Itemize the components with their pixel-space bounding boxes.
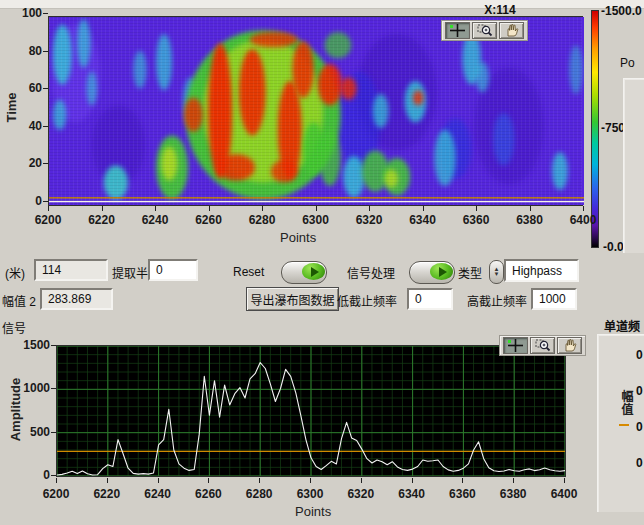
high-cutoff-input[interactable]: 1000 (531, 288, 577, 310)
low-cutoff-input[interactable]: 0 (407, 288, 453, 310)
top-x-tick-mark (209, 206, 210, 211)
top-y-tick-mark (43, 201, 48, 202)
bottom-chart-title: 信号 (2, 319, 26, 336)
meter-label: (米) (5, 264, 25, 281)
meter-value-field[interactable]: 114 (34, 259, 108, 281)
top-x-tick-mark (48, 206, 49, 211)
bottom-x-axis-title: Points (295, 504, 331, 519)
app-window: X:114 Time Points (0, 0, 644, 525)
bottom-y-tick-mark (51, 475, 56, 476)
zoom-tool-button[interactable] (530, 337, 555, 354)
bottom-y-tick-label: 500 (0, 425, 50, 439)
bottom-y-tick-label: 1500 (0, 338, 50, 352)
top-x-tick-label: 6320 (356, 213, 383, 227)
top-y-tick-mark (43, 51, 48, 52)
signal-process-button[interactable] (409, 261, 455, 284)
clipped-tick-zero: 0 (636, 384, 643, 398)
crosshair-tool-button[interactable] (445, 22, 470, 39)
signal-plot[interactable] (56, 345, 566, 477)
bottom-y-tick-mark (51, 345, 56, 346)
clipped-tick-zero: 0 (636, 348, 643, 362)
bottom-x-tick-mark (208, 478, 209, 483)
colorbar-min-label: -0.0 (603, 240, 624, 254)
low-cutoff-label: 低截止频率 (337, 292, 397, 309)
crosshair-tool-button[interactable] (503, 337, 528, 354)
bottom-x-tick-mark (259, 478, 260, 483)
bottom-graph-palette (499, 335, 586, 356)
bottom-x-tick-mark (56, 478, 57, 483)
bottom-x-tick-mark (158, 478, 159, 483)
bottom-x-tick-label: 6280 (246, 487, 273, 501)
signal-process-label: 信号处理 (347, 264, 395, 281)
bottom-y-tick-label: 0 (0, 468, 50, 482)
active-dot (450, 25, 453, 28)
type-spinner[interactable]: ▲ ▼ (489, 260, 504, 284)
bottom-x-tick-label: 6200 (43, 487, 70, 501)
top-x-tick-label: 6400 (570, 213, 597, 227)
top-graph-palette (441, 20, 528, 41)
top-y-tick-label: 0 (0, 194, 42, 208)
top-y-tick-label: 100 (0, 6, 42, 20)
top-x-tick-label: 6280 (249, 213, 276, 227)
bottom-y-tick-label: 1000 (0, 381, 50, 395)
high-cutoff-label: 高截止频率 (467, 292, 527, 309)
bottom-x-tick-mark (107, 478, 108, 483)
top-y-tick-label: 20 (0, 156, 42, 170)
filter-type-select[interactable]: Highpass (504, 259, 579, 282)
window-top-strip (0, 0, 644, 9)
top-x-tick-mark (262, 206, 263, 211)
half-width-input[interactable]: 0 (148, 259, 198, 281)
top-x-tick-mark (316, 206, 317, 211)
top-x-tick-label: 6340 (409, 213, 436, 227)
zoom-tool-button[interactable] (472, 22, 497, 39)
export-waterfall-button[interactable]: 导出瀑布图数据 (246, 287, 339, 311)
top-x-axis-title: Points (280, 230, 316, 245)
spectrogram-cursor-line (49, 201, 584, 202)
bottom-x-tick-label: 6320 (347, 487, 374, 501)
top-x-tick-mark (583, 206, 584, 211)
top-y-tick-mark (43, 88, 48, 89)
top-y-tick-label: 80 (0, 44, 42, 58)
clipped-tick-zero: 0 (636, 420, 643, 434)
reset-button[interactable] (281, 261, 327, 284)
bottom-x-tick-mark (462, 478, 463, 483)
filter-type-value: Highpass (512, 264, 562, 278)
bottom-x-tick-mark (412, 478, 413, 483)
top-x-tick-label: 6360 (463, 213, 490, 227)
high-cutoff-value: 1000 (539, 292, 566, 306)
top-y-tick-label: 40 (0, 119, 42, 133)
low-cutoff-value: 0 (415, 292, 422, 306)
reset-led-icon (302, 263, 325, 280)
top-x-tick-mark (530, 206, 531, 211)
top-y-tick-label: 60 (0, 81, 42, 95)
spectrogram-plot[interactable] (48, 16, 583, 206)
meter-value: 114 (42, 263, 61, 277)
bottom-y-tick-mark (51, 432, 56, 433)
top-x-tick-mark (102, 206, 103, 211)
vertical-label-underline (619, 424, 629, 426)
top-y-tick-mark (43, 126, 48, 127)
bottom-x-tick-label: 6240 (144, 487, 171, 501)
top-x-tick-label: 6260 (195, 213, 222, 227)
bottom-x-tick-label: 6360 (449, 487, 476, 501)
top-x-tick-mark (369, 206, 370, 211)
cursor-readout: X:114 (470, 3, 530, 17)
top-x-tick-label: 6240 (142, 213, 169, 227)
pan-tool-button[interactable] (499, 22, 524, 39)
bottom-x-tick-mark (310, 478, 311, 483)
bottom-x-tick-mark (513, 478, 514, 483)
clipped-vertical-ylabel: 幅值 (618, 390, 635, 416)
active-dot (508, 340, 511, 343)
bottom-x-tick-label: 6380 (500, 487, 527, 501)
top-x-tick-label: 6200 (35, 213, 62, 227)
top-x-tick-label: 6300 (302, 213, 329, 227)
bottom-y-tick-mark (51, 388, 56, 389)
colorbar-max-label: -1500.0 (601, 4, 642, 18)
bottom-x-tick-label: 6220 (93, 487, 120, 501)
signal-process-led-icon (430, 263, 453, 280)
pan-tool-button[interactable] (557, 337, 582, 354)
bottom-x-tick-mark (564, 478, 565, 483)
top-x-tick-label: 6380 (516, 213, 543, 227)
top-x-tick-mark (155, 206, 156, 211)
top-y-tick-mark (43, 13, 48, 14)
